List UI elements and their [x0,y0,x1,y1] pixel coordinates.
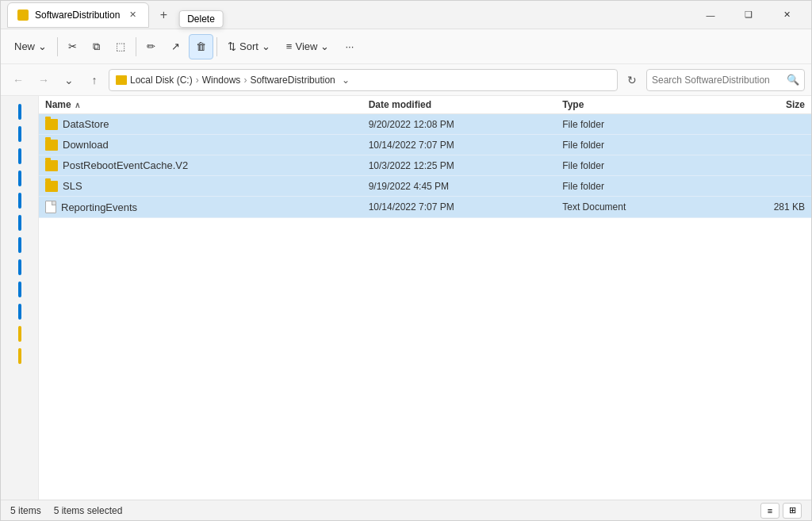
path-dropdown-button[interactable]: ⌄ [339,73,353,87]
sidebar [1,96,39,500]
tab-close-button[interactable]: ✕ [126,9,139,21]
paste-icon: ⬚ [116,40,125,52]
delete-icon: 🗑 [196,40,206,52]
column-type-header[interactable]: Type [562,99,724,110]
new-chevron-icon: ⌄ [38,40,47,52]
list-view-button[interactable]: ≡ [760,503,779,519]
toolbar-divider-3 [216,37,217,56]
file-type-cell: File folder [562,160,724,171]
table-row[interactable]: PostRebootEventCache.V2 10/3/2022 12:25 … [39,155,811,176]
sidebar-marker-4 [18,170,21,186]
recent-locations-button[interactable]: ⌄ [58,69,80,91]
file-type-cell: File folder [562,140,724,151]
paste-button[interactable]: ⬚ [109,34,132,59]
grid-view-button[interactable]: ⊞ [783,503,802,519]
file-type-cell: File folder [562,119,724,130]
tab-area: SoftwareDistribution ✕ + [7,2,692,28]
file-name: DataStore [63,118,109,130]
sidebar-marker-11 [18,326,21,342]
delete-button[interactable]: 🗑 [189,34,213,59]
folder-icon [45,119,58,130]
cut-button[interactable]: ✂ [61,34,84,59]
selected-count: 5 items selected [54,505,123,516]
table-row[interactable]: ReportingEvents 10/14/2022 7:07 PM Text … [39,197,811,218]
folder-icon [45,181,58,192]
file-name-cell: DataStore [45,118,369,130]
table-row[interactable]: DataStore 9/20/2022 12:08 PM File folder [39,114,811,135]
file-name-cell: SLS [45,180,369,192]
forward-button[interactable]: → [33,69,55,91]
file-name: ReportingEvents [61,201,137,213]
maximize-button[interactable]: ❑ [730,2,767,28]
file-type-cell: File folder [562,181,724,192]
path-sep-1: › [196,75,199,86]
more-icon: ··· [345,40,354,52]
search-box[interactable]: 🔍 [646,69,805,91]
rename-button[interactable]: ✏ [140,34,163,59]
folder-icon [45,160,58,171]
search-input[interactable] [652,75,787,86]
file-name: PostRebootEventCache.V2 [63,159,188,171]
more-options-button[interactable]: ··· [338,34,361,59]
share-button[interactable]: ↗ [164,34,187,59]
table-row[interactable]: SLS 9/19/2022 4:45 PM File folder [39,176,811,197]
back-button[interactable]: ← [7,69,29,91]
path-part-c: Local Disk (C:) [130,75,193,86]
file-name-cell: Download [45,139,369,151]
view-toggles: ≡ ⊞ [760,503,802,519]
share-icon: ↗ [171,40,180,52]
sidebar-marker-3 [18,148,21,164]
view-label: View [295,40,317,52]
file-name: Download [63,139,109,151]
copy-icon: ⧉ [93,40,100,53]
tab-title: SoftwareDistribution [35,10,120,21]
sort-chevron-icon: ⌄ [262,40,270,52]
status-bar: 5 items 5 items selected ≡ ⊞ [1,500,811,520]
column-date-header[interactable]: Date modified [369,99,563,110]
sort-arrows-icon: ⇅ [228,40,236,52]
sidebar-marker-7 [18,237,21,253]
file-rows-container: DataStore 9/20/2022 12:08 PM File folder… [39,114,811,218]
new-button[interactable]: New ⌄ [7,34,54,59]
file-date-cell: 9/20/2022 12:08 PM [369,119,563,130]
sort-button[interactable]: ⇅ Sort ⌄ [220,34,278,59]
file-size-cell: 281 KB [724,201,805,213]
close-button[interactable]: ✕ [768,2,805,28]
sidebar-marker-9 [18,282,21,297]
table-row[interactable]: Download 10/14/2022 7:07 PM File folder [39,135,811,155]
file-list-content: Name ∧ Date modified Type Size DataStore… [39,96,811,500]
file-name-cell: PostRebootEventCache.V2 [45,159,369,171]
file-list-header: Name ∧ Date modified Type Size [39,96,811,114]
file-type-cell: Text Document [562,201,724,213]
sidebar-marker-1 [18,104,21,120]
copy-button[interactable]: ⧉ [86,34,107,59]
status-info: 5 items 5 items selected [10,505,122,516]
path-part-windows: Windows [202,75,241,86]
rename-icon: ✏ [147,40,155,52]
address-bar: ← → ⌄ ↑ Local Disk (C:) › Windows › Soft… [1,64,811,96]
sidebar-marker-6 [18,215,21,231]
tab-folder-icon [17,10,29,21]
address-path-bar[interactable]: Local Disk (C:) › Windows › SoftwareDist… [109,69,618,91]
file-date-cell: 10/14/2022 7:07 PM [369,140,563,151]
up-directory-button[interactable]: ↑ [83,69,105,91]
view-button[interactable]: ≡ View ⌄ [279,34,337,59]
column-size-header[interactable]: Size [724,99,805,110]
sidebar-marker-8 [18,259,21,275]
path-folder-icon [116,75,127,85]
delete-tooltip-area: Delete 🗑 [189,34,213,59]
file-name-cell: ReportingEvents [45,201,369,213]
active-tab[interactable]: SoftwareDistribution ✕ [7,2,149,28]
explorer-window: SoftwareDistribution ✕ + — ❑ ✕ New ⌄ ✂ ⧉… [0,0,812,521]
file-icon [45,201,56,213]
view-lines-icon: ≡ [286,40,293,52]
sidebar-marker-12 [18,348,21,364]
refresh-button[interactable]: ↻ [621,69,643,91]
path-part-softwaredistribution: SoftwareDistribution [250,75,335,86]
new-tab-button[interactable]: + [152,4,174,26]
minimize-button[interactable]: — [692,2,729,28]
sort-arrow-icon: ∧ [75,101,80,109]
view-chevron-icon: ⌄ [320,40,329,52]
folder-icon [45,140,58,151]
column-name-header[interactable]: Name ∧ [45,99,369,110]
